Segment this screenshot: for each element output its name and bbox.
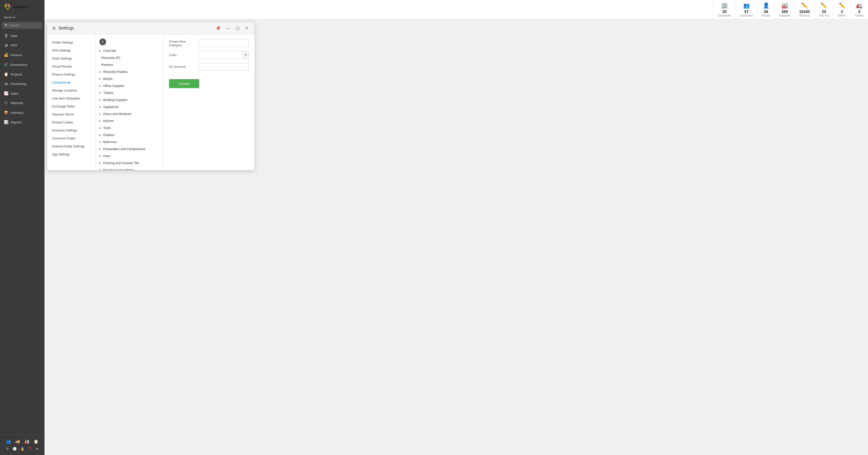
modal-nav-inventory[interactable]: Inventory Settings [47, 126, 95, 134]
cat-chevron[interactable]: ▶ [99, 98, 101, 101]
list-item[interactable]: ▶ Building Supplies [95, 96, 163, 103]
list-item[interactable]: ▶ Flooring and Ceramic Tile [95, 160, 163, 167]
companies-count: 39 [722, 10, 726, 14]
minimize-button[interactable]: — [224, 26, 231, 31]
gl-account-row: GL Account: [169, 63, 249, 70]
list-item[interactable]: ▶ Tools [95, 124, 163, 132]
topbar-ship-tos[interactable]: ✏️ 29 Ship Tos [814, 0, 833, 19]
list-item[interactable]: ▶ Bathroom [95, 138, 163, 145]
list-item[interactable]: ▶ Pneumatics and Compressors [95, 145, 163, 152]
ecommerce-icon: 🛒 [4, 62, 8, 67]
modal-nav-comment[interactable]: Comment Codes [47, 134, 95, 142]
maximize-button[interactable]: ⬜ [234, 25, 241, 31]
modal-nav-team[interactable]: Team Settings [47, 54, 95, 62]
modal-nav-categories[interactable]: Categories ▶ [47, 78, 95, 86]
sidebar-item-purchasing[interactable]: 🛍 Purchasing › [0, 79, 44, 89]
topbar-companies[interactable]: 🏢 39 Companies [713, 0, 736, 19]
topbar-suppliers[interactable]: 🏭 389 Suppliers [774, 0, 795, 19]
people-icon[interactable]: 👥 [6, 439, 11, 444]
modal-nav-finance[interactable]: Finance Settings [47, 70, 95, 78]
cat-chevron[interactable]: ▶ [99, 155, 101, 157]
list-item[interactable]: Discounts (P) [95, 54, 163, 61]
clock-icon[interactable]: 🕐 [12, 447, 17, 451]
list-item[interactable]: ▶ Blocks [95, 75, 163, 82]
cat-name: Discounts (P) [101, 56, 159, 60]
modal-nav-external[interactable]: External Entity Settings [47, 142, 95, 150]
cat-chevron[interactable]: ▶ [99, 84, 101, 87]
category-name-input[interactable] [198, 39, 249, 47]
help-icon[interactable]: ❓ [28, 447, 32, 451]
gl-account-input[interactable] [198, 63, 249, 70]
modal-nav-product-labels[interactable]: Product Labels [47, 118, 95, 126]
truck-icon[interactable]: 🚚 [15, 439, 20, 444]
topbar-customers[interactable]: 👥 57 Customers [736, 0, 757, 19]
cat-chevron[interactable]: ▶ [99, 126, 101, 129]
list-item[interactable]: ▶ Outdoor [95, 132, 163, 138]
cat-chevron[interactable]: ▶ [99, 169, 101, 170]
modal-nav-app[interactable]: App Settings [47, 150, 95, 158]
sidebar-item-finance[interactable]: 💰 Finance › [0, 50, 44, 60]
sidebar-item-inventory[interactable]: 📦 Inventory › [0, 108, 44, 117]
category-form: Create New Category Color: ▾ GL Account: [163, 35, 255, 170]
modal-nav-line-item[interactable]: Line Item Templates [47, 94, 95, 103]
cat-chevron[interactable]: ▶ [99, 78, 101, 80]
sidebar-logo[interactable]: SANDBOX [0, 0, 44, 14]
topbar-products[interactable]: ✏️ 18445 Products [795, 0, 814, 19]
list-item[interactable]: Random [95, 61, 163, 68]
modal-nav-payment[interactable]: Payment Terms [47, 110, 95, 118]
cat-chevron[interactable]: ▶ [99, 91, 101, 94]
list-item[interactable]: ▶ Recycled Plastics [95, 68, 163, 75]
modal-nav-pos[interactable]: POS Settings [47, 47, 95, 54]
lock-icon[interactable]: 🔒 [20, 447, 24, 451]
add-category-button[interactable]: + [99, 38, 106, 45]
cat-chevron[interactable]: ▶ [99, 113, 101, 115]
cat-chevron[interactable]: ▶ [99, 141, 101, 143]
cat-chevron[interactable]: ▶ [99, 134, 101, 136]
list-item[interactable]: ▶ Kitchen [95, 117, 163, 124]
list-item[interactable]: ▶ Electrical and Lighting [95, 167, 163, 170]
demo-selector[interactable]: Demo ▾ [0, 14, 44, 22]
sidebar-item-ecommerce[interactable]: 🛒 Ecommerce › [0, 60, 44, 69]
search-input[interactable] [2, 22, 42, 29]
chevron-sales: › [40, 92, 41, 95]
color-dropdown-arrow[interactable]: ▾ [243, 51, 249, 59]
sidebar-item-sales[interactable]: 📈 Sales › [0, 89, 44, 98]
sidebar-item-warranty[interactable]: 🛡 Warranty › [0, 98, 44, 108]
list-item[interactable]: ▶ Appliances [95, 103, 163, 110]
settings-icon[interactable]: ⚙ [6, 447, 9, 451]
pin-button[interactable]: 📌 [214, 25, 222, 31]
cat-name: Bathroom [103, 140, 159, 144]
modal-nav-exchange[interactable]: Exchange Rates [47, 103, 95, 110]
logout-icon[interactable]: ➡ [36, 447, 39, 451]
factory-icon[interactable]: 🏭 [24, 439, 29, 444]
cat-chevron[interactable]: ▶ [99, 162, 101, 164]
topbar-others[interactable]: ✏️ 2 Others [833, 0, 850, 19]
modal-nav-fiscal[interactable]: Fiscal Periods [47, 62, 95, 70]
create-button[interactable]: Create [169, 79, 199, 88]
cat-chevron[interactable]: ▶ [99, 70, 101, 73]
sidebar-item-pos[interactable]: 🖥 POS [0, 41, 44, 50]
modal-header: ⚙ Settings 📌 — ⬜ ✕ [47, 22, 255, 35]
close-button[interactable]: ✕ [244, 25, 250, 31]
cat-chevron[interactable]: ▶ [99, 106, 101, 108]
cat-name: Pneumatics and Compressors [103, 147, 159, 151]
sidebar-item-reports[interactable]: 📊 Reports [0, 117, 44, 127]
list-item[interactable]: ▶ Paint [95, 152, 163, 160]
list-item[interactable]: ▶ Trailers [95, 89, 163, 96]
cat-chevron[interactable]: ▶ [99, 148, 101, 150]
companies-topbar-icon: 🏢 [721, 2, 728, 9]
list-item[interactable]: ▶ Concrete [95, 47, 163, 54]
topbar-trailers[interactable]: 🚛 0 Trailers [850, 0, 868, 19]
sidebar-item-data[interactable]: 🗄 Data › [0, 31, 44, 41]
modal-nav-storage[interactable]: Storage Locations [47, 86, 95, 94]
list-item[interactable]: ▶ Office Supplies [95, 82, 163, 89]
sidebar-item-projects[interactable]: 📋 Projects › [0, 69, 44, 79]
cat-chevron[interactable]: ▶ [99, 49, 101, 52]
clipboard-icon[interactable]: 📋 [34, 439, 38, 444]
modal-nav-profile[interactable]: Profile Settings [47, 38, 95, 47]
ship-tos-label: Ship Tos [819, 14, 829, 17]
list-item[interactable]: ▶ Doors and Windows [95, 110, 163, 117]
color-select[interactable]: ▾ [198, 51, 249, 59]
topbar-people[interactable]: 👤 48 People [757, 0, 774, 19]
cat-chevron[interactable]: ▶ [99, 119, 101, 122]
